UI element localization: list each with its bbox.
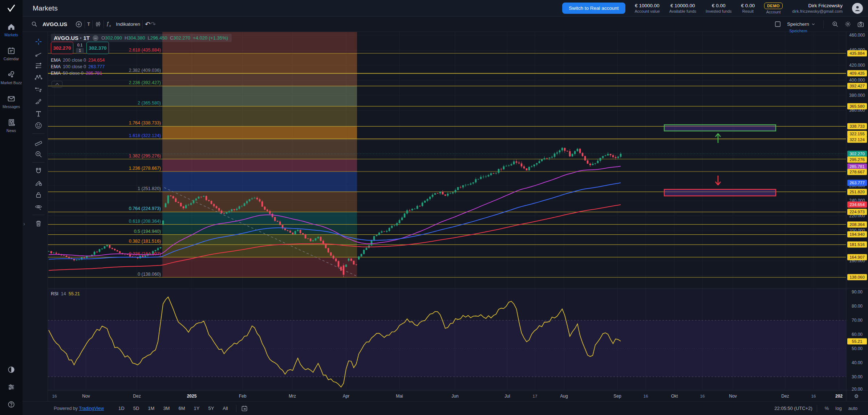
emoji-tool-icon[interactable] — [31, 119, 46, 131]
range-5d-button[interactable]: 5D — [130, 404, 143, 412]
fib-tool-icon[interactable] — [31, 59, 46, 71]
svg-text:Jul: Jul — [504, 394, 510, 399]
stat-invested-funds: € 0.00Invested funds — [706, 3, 732, 13]
range-1d-button[interactable]: 1D — [115, 404, 128, 412]
user-email: dirk.friczewsky@gmail.com — [792, 9, 843, 13]
scale-percent-button[interactable]: % — [822, 406, 832, 411]
go-to-date-icon[interactable] — [241, 405, 248, 412]
clock[interactable]: 22:05:50 (UTC+2) — [774, 406, 812, 411]
svg-text:409.435: 409.435 — [849, 71, 865, 75]
range-5y-button[interactable]: 5Y — [204, 404, 218, 412]
ema-100-row[interactable]: EMA100 close 0263.777 — [51, 64, 105, 69]
symbol-search[interactable]: AVGO.US — [31, 21, 67, 27]
range-1y-button[interactable]: 1Y — [190, 404, 203, 412]
sidebar-item-news[interactable]: News — [0, 118, 23, 133]
news-icon — [7, 118, 16, 127]
svg-text:2.382 (409.036): 2.382 (409.036) — [129, 68, 161, 73]
forecast-tool-icon[interactable] — [31, 83, 46, 95]
svg-text:Nov: Nov — [729, 394, 737, 399]
header-right: Switch to Real account € 10000.00Account… — [562, 3, 868, 14]
sidebar-item-messages[interactable]: Messages — [0, 94, 23, 109]
range-3m-button[interactable]: 3M — [159, 404, 173, 412]
svg-text:Apr: Apr — [343, 394, 350, 399]
svg-text:2.618 (435.884): 2.618 (435.884) — [129, 48, 161, 53]
svg-text:460.000: 460.000 — [849, 33, 865, 38]
buy-button[interactable]: 302.370 — [86, 42, 109, 54]
svg-text:16: 16 — [700, 394, 705, 398]
range-6m-button[interactable]: 6M — [175, 404, 188, 412]
svg-text:285.781: 285.781 — [849, 164, 865, 169]
interval-button[interactable]: T — [87, 21, 90, 27]
layout-icon[interactable] — [774, 21, 781, 28]
hide-series-icon[interactable]: – — [93, 35, 98, 41]
editlock-tool-icon[interactable] — [31, 177, 46, 189]
trendline-tool-icon[interactable] — [31, 48, 46, 59]
rsi-pane-background — [48, 288, 846, 390]
tradingview-link[interactable]: TradingView — [79, 406, 104, 411]
quick-search-icon[interactable] — [832, 21, 839, 28]
svg-text:0.236 (164.907): 0.236 (164.907) — [129, 251, 161, 256]
app-root: 2.618 (435.884)2.382 (409.036)2.236 (392… — [0, 0, 868, 415]
svg-text:164.907: 164.907 — [849, 255, 865, 259]
text-tool-icon[interactable] — [31, 107, 46, 119]
avatar[interactable] — [852, 3, 863, 14]
indicators-label: Indikatoren — [116, 21, 140, 27]
sidebar-item-label: Calendar — [4, 57, 19, 61]
app-sidebar: MarketsCalendarMarket BuzzMessagesNews — [0, 0, 23, 415]
switch-to-real-button[interactable]: Switch to Real account — [562, 3, 625, 14]
watchlist-expand-chevron[interactable]: › — [23, 221, 25, 227]
add-symbol-icon[interactable] — [75, 21, 82, 28]
svg-text:Sep: Sep — [613, 394, 621, 399]
sidebar-bottom-icons — [7, 366, 15, 415]
lockall-tool-icon[interactable] — [31, 189, 46, 201]
app-logo[interactable] — [0, 0, 23, 17]
trash-tool-icon[interactable] — [31, 217, 46, 229]
zoomin-tool-icon[interactable] — [31, 148, 46, 160]
svg-text:0.618 (208.364): 0.618 (208.364) — [129, 219, 161, 224]
crosshair-tool-icon[interactable] — [31, 36, 46, 48]
chart-style-icon[interactable] — [95, 21, 101, 28]
svg-text:420.000: 420.000 — [849, 63, 865, 68]
save-button[interactable]: Speichern Speichern — [787, 21, 815, 27]
undo-icon[interactable]: ↶ — [145, 20, 150, 28]
help-icon[interactable] — [7, 400, 15, 408]
demo-label: Account — [766, 10, 781, 14]
legend-symbol[interactable]: AVGO.US · 1T — [54, 35, 90, 41]
magnet-tool-icon[interactable] — [31, 165, 46, 177]
svg-text:251.820: 251.820 — [849, 190, 865, 194]
theme-icon[interactable] — [7, 366, 15, 374]
axis-settings-icon: ⚙ — [854, 393, 859, 399]
range-all-button[interactable]: All — [219, 404, 231, 412]
scale-auto-button[interactable]: auto — [845, 406, 861, 411]
legend-collapse-button[interactable] — [52, 81, 62, 88]
svg-text:70.00: 70.00 — [852, 318, 863, 323]
scale-log-button[interactable]: log — [832, 406, 845, 411]
powered-by: Powered by TradingView — [54, 406, 104, 411]
svg-text:0.764 (224.973): 0.764 (224.973) — [129, 206, 161, 211]
indicators-button[interactable]: ƒx Indikatoren — [106, 21, 140, 28]
sell-button[interactable]: 302.270 — [51, 42, 73, 54]
ema-50-row[interactable]: EMA50 close 0285.781 — [51, 71, 105, 76]
range-1m-button[interactable]: 1M — [144, 404, 158, 412]
home-icon — [7, 22, 16, 31]
svg-text:302.270: 302.270 — [849, 152, 865, 156]
camera-icon[interactable] — [857, 21, 864, 28]
ruler-tool-icon[interactable] — [31, 136, 46, 148]
brush-tool-icon[interactable] — [31, 95, 46, 107]
sidebar-item-calendar[interactable]: Calendar — [0, 46, 23, 61]
hide-tool-icon[interactable] — [31, 201, 46, 213]
prefs-icon[interactable] — [7, 383, 15, 391]
stat-account-value: € 10000.00Account value — [635, 3, 660, 13]
sidebar-item-market-buzz[interactable]: Market Buzz — [0, 70, 23, 85]
xabcd-tool-icon[interactable] — [31, 71, 46, 83]
user-name: Dirk Friczewsky — [808, 3, 843, 8]
svg-text:278.667: 278.667 — [849, 170, 865, 174]
chart-canvas[interactable]: 2.618 (435.884)2.382 (409.036)2.236 (392… — [0, 0, 868, 415]
svg-text:1.236 (278.667): 1.236 (278.667) — [129, 166, 161, 171]
sidebar-item-markets[interactable]: Markets — [0, 22, 23, 37]
ema-200-row[interactable]: EMA200 close 0234.654 — [51, 58, 105, 63]
user-info[interactable]: Dirk Friczewsky dirk.friczewsky@gmail.co… — [792, 3, 843, 13]
redo-icon[interactable]: ↷ — [150, 20, 156, 28]
gear-icon[interactable] — [844, 21, 851, 28]
toolbar-right: Speichern Speichern — [774, 20, 864, 28]
